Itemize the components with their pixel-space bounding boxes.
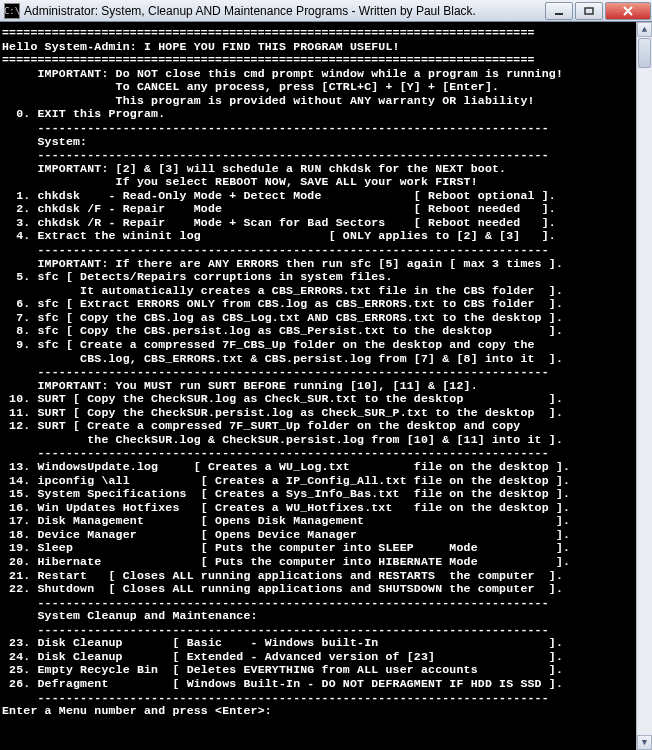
terminal-line: ----------------------------------------… [2,691,634,705]
terminal-line: ----------------------------------------… [2,623,634,637]
terminal-line: IMPORTANT: You MUST run SURT BEFORE runn… [2,379,634,393]
terminal-line: 24. Disk Cleanup [ Extended - Advanced v… [2,650,634,664]
terminal-line: 26. Defragment [ Windows Built-In - DO N… [2,677,634,691]
terminal-line: 10. SURT [ Copy the CheckSUR.log as Chec… [2,392,634,406]
terminal-line: 21. Restart [ Closes ALL running applica… [2,569,634,583]
scrollbar-thumb[interactable] [638,38,651,68]
terminal-line: Hello System-Admin: I HOPE YOU FIND THIS… [2,40,634,54]
terminal-line: 25. Empty Recycle Bin [ Deletes EVERYTHI… [2,663,634,677]
terminal-line: 22. Shutdown [ Closes ALL running applic… [2,582,634,596]
terminal-line: This program is provided without ANY war… [2,94,634,108]
terminal-line: 13. WindowsUpdate.log [ Creates a WU_Log… [2,460,634,474]
terminal-line: To CANCEL any process, press [CTRL+C] + … [2,80,634,94]
terminal-line: 11. SURT [ Copy the CheckSUR.persist.log… [2,406,634,420]
terminal-line: the CheckSUR.log & CheckSUR.persist.log … [2,433,634,447]
terminal-line: 4. Extract the wininit log [ ONLY applie… [2,229,634,243]
window-title: Administrator: System, Cleanup AND Maint… [24,4,544,18]
terminal-line: 15. System Specifications [ Creates a Sy… [2,487,634,501]
svg-rect-0 [555,13,563,15]
close-button[interactable] [605,2,651,20]
scroll-down-arrow-icon[interactable]: ▼ [637,735,652,750]
terminal-line: ----------------------------------------… [2,446,634,460]
terminal-line: 2. chkdsk /F - Repair Mode [ Reboot need… [2,202,634,216]
terminal-line: 20. Hibernate [ Puts the computer into H… [2,555,634,569]
terminal-line: 12. SURT [ Create a compressed 7F_SURT_U… [2,419,634,433]
terminal-line: 19. Sleep [ Puts the computer into SLEEP… [2,541,634,555]
terminal-line: 5. sfc [ Detects/Repairs corruptions in … [2,270,634,284]
terminal-line: 17. Disk Management [ Opens Disk Managem… [2,514,634,528]
terminal-line: System Cleanup and Maintenance: [2,609,634,623]
terminal-line: IMPORTANT: Do NOT close this cmd prompt … [2,67,634,81]
titlebar: C:\ Administrator: System, Cleanup AND M… [0,0,652,22]
terminal-line: CBS.log, CBS_ERRORS.txt & CBS.persist.lo… [2,352,634,366]
terminal-line: ----------------------------------------… [2,243,634,257]
terminal-line: 8. sfc [ Copy the CBS.persist.log as CBS… [2,324,634,338]
terminal-line: 0. EXIT this Program. [2,107,634,121]
minimize-button[interactable] [545,2,573,20]
terminal-output: ========================================… [0,22,636,750]
terminal-line: 18. Device Manager [ Opens Device Manage… [2,528,634,542]
terminal-line: IMPORTANT: If there are ANY ERRORS then … [2,257,634,271]
terminal-line: 9. sfc [ Create a compressed 7F_CBS_Up f… [2,338,634,352]
terminal-line: 6. sfc [ Extract ERRORS ONLY from CBS.lo… [2,297,634,311]
terminal-line: ========================================… [2,53,634,67]
terminal-line: System: [2,135,634,149]
cmd-icon: C:\ [4,3,20,19]
terminal-line: 14. ipconfig \all [ Creates a IP_Config_… [2,474,634,488]
terminal-line: Enter a Menu number and press <Enter>: [2,704,634,718]
terminal-line: IMPORTANT: [2] & [3] will schedule a RUN… [2,162,634,176]
terminal-line: 7. sfc [ Copy the CBS.log as CBS_Log.txt… [2,311,634,325]
terminal-line: It automatically creates a CBS_ERRORS.tx… [2,284,634,298]
maximize-button[interactable] [575,2,603,20]
svg-rect-1 [585,8,593,14]
scroll-up-arrow-icon[interactable]: ▲ [637,22,652,37]
terminal-line: ----------------------------------------… [2,596,634,610]
terminal-line: ----------------------------------------… [2,148,634,162]
scrollbar-vertical[interactable]: ▲ ▼ [636,22,652,750]
terminal-line: If you select REBOOT NOW, SAVE ALL your … [2,175,634,189]
terminal-line: ========================================… [2,26,634,40]
terminal-line: 23. Disk Cleanup [ Basic - Windows built… [2,636,634,650]
terminal-line: 16. Win Updates Hotfixes [ Creates a WU_… [2,501,634,515]
terminal-line: ----------------------------------------… [2,121,634,135]
terminal-line: ----------------------------------------… [2,365,634,379]
terminal-line: 1. chkdsk - Read-Only Mode + Detect Mode… [2,189,634,203]
terminal-line: 3. chkdsk /R - Repair Mode + Scan for Ba… [2,216,634,230]
